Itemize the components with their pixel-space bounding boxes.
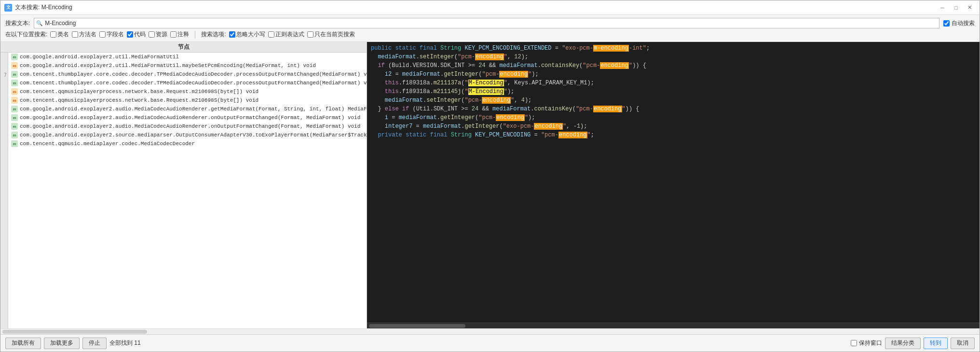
node-icon: m	[11, 88, 18, 95]
code-line: this.f189318a.m211137a("M-Encoding", Key…	[371, 79, 976, 87]
right-panel: public static final String KEY_PCM_ENCOD…	[367, 42, 980, 328]
node-numbers: 7	[0, 53, 8, 328]
cb-comment-label[interactable]: 注释	[170, 30, 189, 39]
node-text: com.google.android.exoplayer2.util.Media…	[20, 54, 179, 60]
cb-code[interactable]	[127, 31, 133, 38]
code-line: mediaFormat.setInteger("pcm-encoding", 4…	[371, 96, 976, 105]
code-line: if (Build.VERSION.SDK_INT >= 24 && media…	[371, 61, 976, 70]
main-window: 文 文本搜索: M-Encoding ─ □ ✕ 搜索文本: 🔍 自动搜索	[0, 0, 980, 352]
app-icon: 文	[4, 4, 12, 12]
node-icon: m	[11, 106, 18, 112]
node-item[interactable]: m com.tencent.thumbplayer.core.codec.dec…	[8, 79, 367, 87]
minimize-button[interactable]: ─	[936, 3, 949, 13]
node-item[interactable]: m com.google.android.exoplayer2.audio.Me…	[8, 122, 367, 131]
bottom-left: 加载所有 加载更多 停止 全部找到 11	[5, 338, 141, 349]
auto-search-label[interactable]: 自动搜索	[952, 19, 975, 27]
node-icon: m	[11, 114, 18, 121]
cb-current[interactable]	[307, 31, 313, 38]
node-list[interactable]: m com.google.android.exoplayer2.util.Med…	[8, 53, 367, 328]
cb-name-label[interactable]: 类名	[50, 30, 69, 39]
node-text: com.tencent.qqmusic.mediaplayer.codec.Me…	[20, 141, 195, 147]
node-icon: m	[11, 54, 18, 60]
cb-resource[interactable]	[149, 31, 155, 38]
load-more-button[interactable]: 加载更多	[44, 338, 80, 349]
results-classify-button[interactable]: 结果分类	[885, 338, 921, 349]
code-line: mediaFormat.setInteger("pcm-encoding", 1…	[371, 53, 976, 61]
node-icon: m	[11, 71, 18, 78]
node-text: com.google.android.exoplayer2.util.Media…	[20, 63, 316, 68]
left-scrollbar[interactable]	[0, 328, 980, 334]
cb-case[interactable]	[229, 31, 235, 38]
cb-case-label[interactable]: 忽略大小写	[229, 30, 265, 39]
cb-regex-label[interactable]: 正则表达式	[268, 30, 304, 39]
cb-field[interactable]	[99, 31, 106, 38]
window-title: 文本搜索: M-Encoding	[15, 3, 72, 12]
code-line: private static final String KEY_PCM_ENCO…	[371, 131, 976, 139]
node-icon: m	[11, 140, 18, 147]
node-icon: m	[11, 80, 18, 86]
node-text: com.tencent.qqmusicplayerprocess.network…	[20, 97, 259, 103]
code-scrollbar[interactable]	[367, 323, 980, 328]
close-button[interactable]: ✕	[963, 3, 976, 13]
code-line: integer7 = mediaFormat.getInteger("exo-p…	[371, 122, 976, 131]
section-header: 节点	[0, 42, 367, 53]
node-icon: m	[11, 132, 18, 138]
location-label: 在以下位置搜索:	[5, 30, 47, 39]
node-text: com.tencent.thumbplayer.core.codec.decod…	[20, 80, 367, 86]
keep-window-checkbox[interactable]	[851, 340, 857, 346]
filter-row: 在以下位置搜索: 类名 方法名 字段名 代码 资源 注释 搜索选项:	[5, 30, 975, 39]
keep-window-group: 保持窗口	[851, 339, 882, 347]
keep-window-label[interactable]: 保持窗口	[859, 339, 882, 347]
node-icon: m	[11, 123, 18, 130]
search-label: 搜索文本:	[5, 19, 30, 27]
node-item[interactable]: m com.tencent.qqmusicplayerprocess.netwo…	[8, 87, 367, 96]
search-icon: 🔍	[36, 20, 43, 27]
code-line: public static final String KEY_PCM_ENCOD…	[371, 44, 976, 53]
stop-button[interactable]: 停止	[82, 338, 107, 349]
cb-regex[interactable]	[268, 31, 274, 38]
search-input-wrapper: 🔍	[34, 18, 939, 28]
search-panel: 搜索文本: 🔍 自动搜索 在以下位置搜索: 类名 方法名	[0, 15, 980, 42]
node-item[interactable]: m com.tencent.thumbplayer.core.codec.dec…	[8, 70, 367, 79]
cb-current-label[interactable]: 只在当前页搜索	[307, 30, 355, 39]
node-item[interactable]: m com.tencent.qqmusicplayerprocess.netwo…	[8, 96, 367, 105]
cb-name[interactable]	[50, 31, 56, 38]
bottom-right: 保持窗口 结果分类 转到 取消	[851, 338, 975, 349]
code-view[interactable]: public static final String KEY_PCM_ENCOD…	[367, 42, 980, 323]
code-line: i = mediaFormat.getInteger("pcm-encoding…	[371, 113, 976, 122]
node-text: com.google.android.exoplayer2.audio.Medi…	[20, 115, 360, 121]
node-icon: m	[11, 62, 18, 69]
node-item[interactable]: m com.tencent.qqmusic.mediaplayer.codec.…	[8, 139, 367, 148]
title-bar-left: 文 文本搜索: M-Encoding	[4, 3, 72, 12]
cb-resource-label[interactable]: 资源	[149, 30, 167, 39]
auto-search-checkbox[interactable]	[943, 20, 950, 27]
auto-search-row: 自动搜索	[943, 19, 975, 27]
cb-field-label[interactable]: 字段名	[99, 30, 124, 39]
node-item[interactable]: m com.google.android.exoplayer2.audio.Me…	[8, 105, 367, 113]
node-text: com.tencent.qqmusicplayerprocess.network…	[20, 89, 259, 95]
search-input[interactable]	[45, 20, 937, 27]
main-content: 节点 7 m com.google.android.exoplayer2.uti…	[0, 42, 980, 334]
node-item[interactable]: m com.google.android.exoplayer2.audio.Me…	[8, 113, 367, 122]
left-panel: 节点 7 m com.google.android.exoplayer2.uti…	[0, 42, 367, 328]
code-line: i2 = mediaFormat.getInteger("pcm-encodin…	[371, 70, 976, 79]
window-controls: ─ □ ✕	[936, 3, 976, 13]
go-to-button[interactable]: 转到	[924, 338, 948, 349]
cb-method[interactable]	[72, 31, 78, 38]
filter-separator	[195, 31, 195, 39]
load-all-button[interactable]: 加载所有	[5, 338, 41, 349]
node-text: com.google.android.exoplayer2.audio.Medi…	[20, 106, 367, 112]
node-item[interactable]: m com.google.android.exoplayer2.util.Med…	[8, 53, 367, 61]
cb-method-label[interactable]: 方法名	[72, 30, 96, 39]
search-input-row: 搜索文本: 🔍 自动搜索	[5, 18, 975, 28]
node-text: com.tencent.thumbplayer.core.codec.decod…	[20, 71, 367, 77]
cancel-button[interactable]: 取消	[951, 338, 975, 349]
node-item[interactable]: m com.google.android.exoplayer2.source.m…	[8, 131, 367, 139]
cb-comment[interactable]	[170, 31, 177, 38]
bottom-bar: 加载所有 加载更多 停止 全部找到 11 保持窗口 结果分类 转到 取消	[0, 334, 980, 352]
node-text: com.google.android.exoplayer2.source.med…	[20, 132, 367, 138]
node-item[interactable]: m com.google.android.exoplayer2.util.Med…	[8, 61, 367, 70]
cb-code-label[interactable]: 代码	[127, 30, 146, 39]
status-text: 全部找到 11	[109, 339, 141, 347]
maximize-button[interactable]: □	[950, 3, 962, 13]
